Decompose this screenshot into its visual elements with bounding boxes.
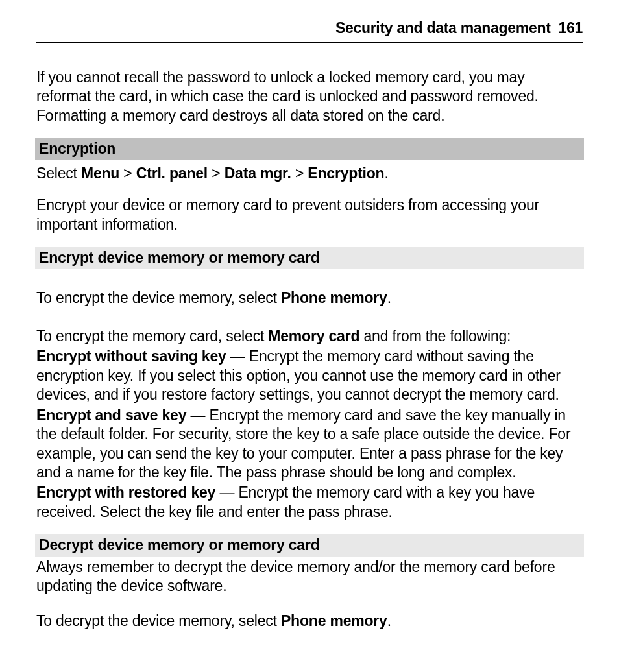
header-title: Security and data management: [335, 19, 551, 37]
running-header: Security and data management 161: [36, 19, 583, 43]
option-label: Encrypt without saving key: [36, 348, 226, 365]
ui-term-memory-card: Memory card: [268, 328, 359, 344]
text: .: [387, 289, 391, 306]
nav-item-encryption: Encryption: [308, 165, 384, 182]
text: and from the following:: [359, 328, 511, 344]
nav-suffix: .: [384, 165, 388, 182]
subheading-decrypt: Decrypt device memory or memory card: [35, 534, 584, 556]
section-heading-encryption: Encryption: [35, 138, 584, 160]
text: To decrypt the device memory, select: [36, 612, 281, 629]
page: Security and data management 161 If you …: [0, 0, 619, 672]
nav-sep: >: [208, 165, 225, 182]
nav-sep: >: [291, 165, 308, 182]
encryption-desc: Encrypt your device or memory card to pr…: [36, 196, 583, 234]
decrypt-warning: Always remember to decrypt the device me…: [36, 558, 583, 596]
nav-item-ctrl-panel: Ctrl. panel: [136, 165, 208, 182]
nav-sep: >: [119, 165, 136, 182]
nav-item-data-mgr: Data mgr.: [225, 165, 291, 182]
subheading-encrypt: Encrypt device memory or memory card: [35, 247, 584, 269]
encryption-nav-path: Select Menu > Ctrl. panel > Data mgr. > …: [36, 164, 583, 183]
ui-term-phone-memory: Phone memory: [281, 612, 387, 629]
option-encrypt-restored-key: Encrypt with restored key — Encrypt the …: [36, 483, 583, 522]
ui-term-phone-memory: Phone memory: [281, 289, 387, 306]
page-number: 161: [559, 19, 583, 37]
nav-prefix: Select: [36, 165, 81, 182]
encrypt-card-intro: To encrypt the memory card, select Memor…: [36, 327, 583, 346]
text: To encrypt the memory card, select: [36, 328, 268, 344]
encrypt-device-paragraph: To encrypt the device memory, select Pho…: [36, 289, 583, 307]
option-label: Encrypt with restored key: [36, 484, 215, 501]
intro-paragraph: If you cannot recall the password to unl…: [36, 68, 583, 125]
nav-item-menu: Menu: [81, 165, 119, 182]
option-label: Encrypt and save key: [36, 407, 186, 424]
option-encrypt-save-key: Encrypt and save key — Encrypt the memor…: [36, 406, 583, 483]
option-encrypt-no-key: Encrypt without saving key — Encrypt the…: [36, 347, 583, 404]
decrypt-device-paragraph: To decrypt the device memory, select Pho…: [36, 612, 583, 630]
text: .: [387, 612, 391, 629]
text: To encrypt the device memory, select: [36, 289, 281, 306]
body-text: If you cannot recall the password to unl…: [36, 68, 583, 630]
